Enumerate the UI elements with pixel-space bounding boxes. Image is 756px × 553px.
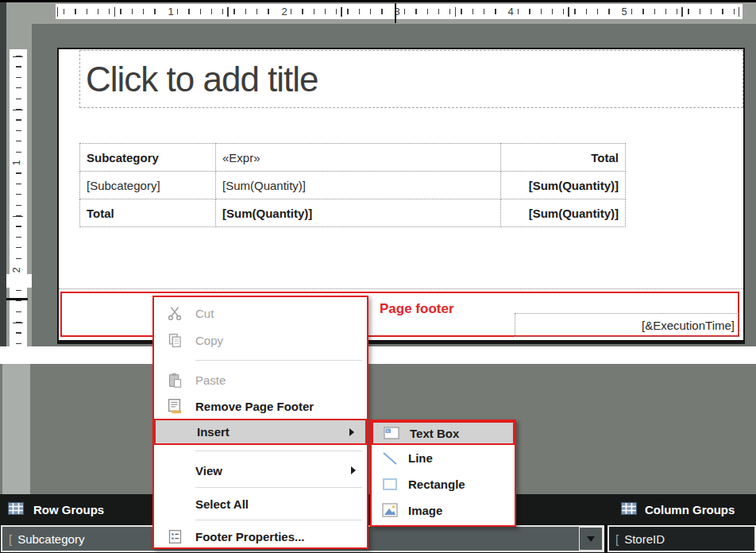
menu-item-cut[interactable]: Cut xyxy=(154,300,367,326)
ruler-cursor-line xyxy=(395,3,396,23)
submenu-item-line[interactable]: Line xyxy=(372,445,515,471)
chevron-down-icon xyxy=(587,536,595,542)
insert-submenu: Text Box Line Rectangle Image xyxy=(370,420,516,527)
menu-separator xyxy=(195,451,362,451)
menu-item-view[interactable]: View xyxy=(154,457,367,484)
tablix-cell[interactable]: [Sum(Quantity)] xyxy=(500,199,626,227)
canvas-lower-left-strip xyxy=(2,364,30,494)
rectangle-icon xyxy=(372,478,408,492)
submenu-item-label: Rectangle xyxy=(408,478,465,491)
menu-item-label: Footer Properties... xyxy=(195,530,305,543)
submenu-item-text-box[interactable]: Text Box xyxy=(372,421,515,445)
column-group-item-label: StoreID xyxy=(624,532,665,546)
menu-item-label: Insert xyxy=(197,425,230,439)
ruler-footer-mark xyxy=(6,298,28,300)
menu-separator xyxy=(195,520,362,520)
paste-icon xyxy=(154,372,195,389)
image-icon xyxy=(372,503,408,517)
menu-item-label: View xyxy=(195,464,222,478)
tablix-cell[interactable]: [Sum(Quantity)] xyxy=(500,171,626,199)
footer-properties-icon xyxy=(154,528,195,545)
submenu-item-label: Line xyxy=(408,451,433,465)
white-band xyxy=(0,346,756,364)
tablix-cell[interactable]: [Sum(Quantity)] xyxy=(215,171,501,199)
submenu-item-image[interactable]: Image xyxy=(372,497,515,523)
remove-page-footer-icon xyxy=(154,397,195,415)
submenu-arrow-icon xyxy=(349,428,354,436)
tablix-header-row: Subcategory «Expr» Total xyxy=(79,143,626,172)
execution-time-expression: [&ExecutionTime] xyxy=(642,319,735,332)
menu-item-label: Copy xyxy=(195,334,223,347)
menu-item-paste[interactable]: Paste xyxy=(154,366,367,393)
menu-separator xyxy=(195,360,362,361)
h-ruler-label: 3 xyxy=(392,5,402,18)
column-groups-label: Column Groups xyxy=(645,503,735,516)
menu-item-select-all[interactable]: Select All xyxy=(154,491,367,516)
tablix-total-row: Total [Sum(Quantity)] [Sum(Quantity)] xyxy=(79,199,626,227)
field-bracket-icon: [ xyxy=(9,532,12,546)
row-groups-icon xyxy=(8,502,24,518)
tablix-cell[interactable]: [Sum(Quantity)] xyxy=(215,199,501,227)
page-footer-separator xyxy=(59,288,743,289)
report-builder-design-view: 1 2 3 4 5 1 2 Click to add title Subcate… xyxy=(0,0,756,553)
text-box-icon xyxy=(373,426,410,440)
menu-item-label: Remove Page Footer xyxy=(195,400,314,413)
menu-item-copy[interactable]: Copy xyxy=(154,326,367,354)
submenu-arrow-icon xyxy=(351,466,356,474)
submenu-item-label: Image xyxy=(408,504,442,517)
tablix-detail-row: [Subcategory] [Sum(Quantity)] [Sum(Quant… xyxy=(79,171,626,199)
cut-icon xyxy=(154,304,195,322)
copy-icon xyxy=(154,332,195,349)
column-group-item-storeid[interactable]: [ StoreID xyxy=(608,525,756,552)
execution-time-textbox[interactable]: [&ExecutionTime] xyxy=(515,313,739,337)
menu-item-label: Cut xyxy=(195,307,214,320)
page-footer-annotation-label: Page footer xyxy=(380,301,454,317)
menu-item-insert[interactable]: Insert xyxy=(154,419,367,445)
tablix-cell[interactable]: «Expr» xyxy=(215,143,501,172)
menu-item-label: Select All xyxy=(195,497,249,511)
h-ruler-label: 2 xyxy=(279,5,289,18)
left-edge xyxy=(0,2,6,346)
menu-item-remove-page-footer[interactable]: Remove Page Footer xyxy=(154,393,367,419)
row-groups-label: Row Groups xyxy=(33,503,104,516)
tablix-cell[interactable]: Total xyxy=(500,143,626,172)
menu-item-footer-properties[interactable]: Footer Properties... xyxy=(154,524,367,549)
submenu-item-rectangle[interactable]: Rectangle xyxy=(372,471,515,497)
tablix-cell[interactable]: Total xyxy=(79,199,216,227)
menu-item-label: Paste xyxy=(195,373,226,387)
context-menu: Cut Copy Paste Remove Page Footer Insert xyxy=(152,296,368,549)
row-group-dropdown-button[interactable] xyxy=(579,527,603,551)
tablix: Subcategory «Expr» Total [Subcategory] [… xyxy=(79,143,626,227)
ruler-footer-notch xyxy=(6,274,32,288)
report-title-textbox[interactable]: Click to add title xyxy=(79,50,743,108)
h-ruler-label: 1 xyxy=(165,5,176,18)
vertical-ruler: 1 2 xyxy=(10,49,27,346)
column-groups-icon xyxy=(621,502,637,518)
tablix-cell[interactable]: Subcategory xyxy=(79,143,216,172)
menu-separator xyxy=(195,487,362,488)
field-bracket-icon: [ xyxy=(615,532,619,546)
report-title-placeholder: Click to add title xyxy=(86,60,318,99)
line-icon xyxy=(372,451,408,466)
v-ruler-label: 1 xyxy=(10,157,23,168)
row-group-item-label: Subcategory xyxy=(17,532,84,546)
horizontal-ruler: 1 2 3 4 5 xyxy=(56,4,742,19)
h-ruler-label: 5 xyxy=(619,5,629,18)
h-ruler-label: 4 xyxy=(505,5,515,18)
tablix-cell[interactable]: [Subcategory] xyxy=(79,171,216,199)
submenu-item-label: Text Box xyxy=(410,427,459,440)
